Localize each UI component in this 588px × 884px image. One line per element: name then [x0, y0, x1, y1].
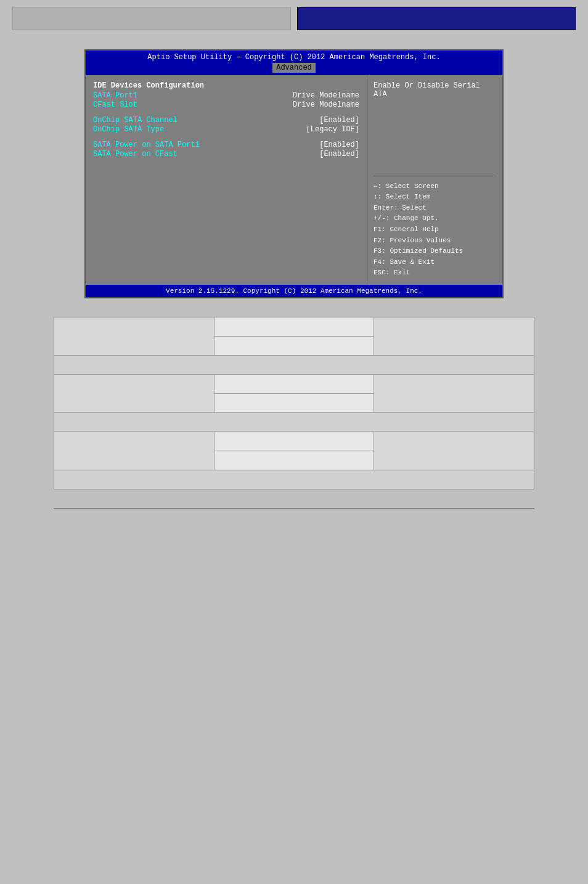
bios-footer: Version 2.15.1229. Copyright (C) 2012 Am… — [86, 285, 502, 297]
header-right-bar — [297, 7, 576, 30]
table-full-row-2 — [54, 413, 534, 432]
cfast-slot-label: CFast Slot — [93, 100, 137, 109]
table-cell-left-2 — [54, 375, 214, 413]
onchip-channel-value: [Enabled] — [319, 116, 359, 125]
table-cell-right-1 — [374, 317, 534, 356]
table-full-row-3 — [54, 470, 534, 489]
bios-title-text: Aptio Setup Utility – Copyright (C) 2012… — [147, 53, 440, 62]
onchip-type-label: OnChip SATA Type — [93, 125, 164, 134]
bios-onchip-channel[interactable]: OnChip SATA Channel [Enabled] — [93, 116, 359, 125]
sata-power-port1-value: [Enabled] — [319, 141, 359, 149]
sata-power-cfast-label: SATA Power on CFast — [93, 150, 178, 158]
bios-active-tab[interactable]: Advanced — [272, 63, 316, 73]
bios-key-hints: ↔: Select Screen ↕: Select Item Enter: S… — [374, 181, 496, 279]
table-cell-right-3 — [374, 432, 534, 470]
sata-port1-value: Drive Modelname — [293, 91, 359, 100]
key-f1: F1: General Help — [374, 224, 496, 235]
onchip-channel-label: OnChip SATA Channel — [93, 116, 178, 125]
table-row — [54, 375, 534, 394]
table-cell-mid-top-3 — [214, 432, 374, 451]
table-section — [54, 317, 534, 489]
bios-screenshot: Aptio Setup Utility – Copyright (C) 2012… — [84, 49, 504, 298]
table-row — [54, 317, 534, 337]
table-cell-mid-top-1 — [214, 317, 374, 337]
table-cell-mid-bot-1 — [214, 337, 374, 356]
onchip-type-value: [Legacy IDE] — [306, 125, 359, 134]
bios-right-divider — [374, 176, 496, 176]
key-change-opt: +/-: Change Opt. — [374, 213, 496, 224]
bios-section-title: IDE Devices Configuration — [93, 81, 359, 90]
header-left-bar — [12, 7, 291, 30]
bios-main-area: IDE Devices Configuration SATA Port1 Dri… — [86, 75, 502, 285]
bios-title-bar: Aptio Setup Utility – Copyright (C) 2012… — [86, 51, 502, 75]
table-row — [54, 432, 534, 451]
table-cell-left-1 — [54, 317, 214, 356]
table-full-cell-2 — [54, 413, 534, 432]
table-cell-mid-top-2 — [214, 375, 374, 394]
bios-help-text: Enable Or Disable Serial ATA — [374, 81, 496, 171]
bios-cfast-slot: CFast Slot Drive Modelname — [93, 100, 359, 109]
bios-sata-port1: SATA Port1 Drive Modelname — [93, 91, 359, 100]
bios-sata-power-cfast[interactable]: SATA Power on CFast [Enabled] — [93, 150, 359, 158]
table-cell-mid-bot-3 — [214, 451, 374, 470]
table-cell-mid-bot-2 — [214, 394, 374, 413]
bios-sata-power-port1[interactable]: SATA Power on SATA Port1 [Enabled] — [93, 141, 359, 149]
sata-port1-label: SATA Port1 — [93, 91, 137, 100]
bios-left-panel: IDE Devices Configuration SATA Port1 Dri… — [86, 75, 367, 285]
sata-power-cfast-value: [Enabled] — [319, 150, 359, 158]
table-full-cell-1 — [54, 356, 534, 375]
table-cell-right-2 — [374, 375, 534, 413]
key-f3: F3: Optimized Defaults — [374, 246, 496, 257]
bottom-divider — [54, 508, 534, 509]
grid-table — [54, 317, 534, 489]
sata-power-port1-label: SATA Power on SATA Port1 — [93, 141, 200, 149]
key-select-item: ↕: Select Item — [374, 192, 496, 203]
key-select-screen: ↔: Select Screen — [374, 181, 496, 192]
key-enter: Enter: Select — [374, 203, 496, 214]
table-full-row-1 — [54, 356, 534, 375]
key-esc: ESC: Exit — [374, 268, 496, 279]
bios-right-panel: Enable Or Disable Serial ATA ↔: Select S… — [367, 75, 502, 285]
cfast-slot-value: Drive Modelname — [293, 100, 359, 109]
table-full-cell-3 — [54, 470, 534, 489]
key-f4: F4: Save & Exit — [374, 257, 496, 268]
key-f2: F2: Previous Values — [374, 235, 496, 247]
top-header — [0, 0, 588, 37]
bios-onchip-type[interactable]: OnChip SATA Type [Legacy IDE] — [93, 125, 359, 134]
table-cell-left-3 — [54, 432, 214, 470]
